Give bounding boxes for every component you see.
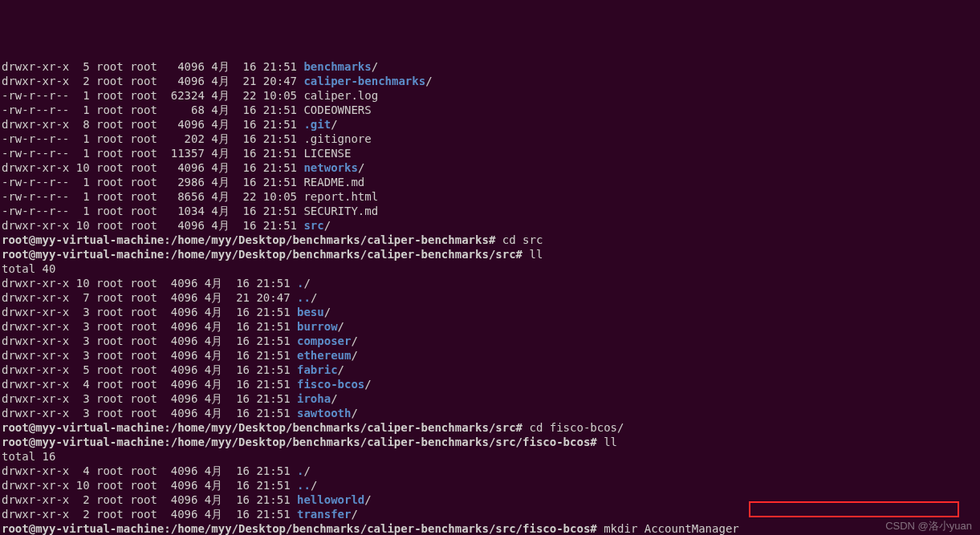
- prompt-user: root@myy-virtual-machine: [2, 421, 164, 434]
- ls-row: drwxr-xr-x 2 root root 4096 4月 16 21:51 …: [2, 492, 978, 507]
- ls-row: drwxr-xr-x 4 root root 4096 4月 16 21:51 …: [2, 464, 978, 478]
- file-entry: caliper.log: [303, 89, 378, 102]
- total-line: total 16: [2, 449, 978, 464]
- dir-entry: composer: [297, 334, 351, 347]
- terminal[interactable]: drwxr-xr-x 5 root root 4096 4月 16 21:51 …: [2, 59, 978, 535]
- ls-row: drwxr-xr-x 8 root root 4096 4月 16 21:51 …: [2, 117, 978, 132]
- ls-row: drwxr-xr-x 4 root root 4096 4月 16 21:51 …: [2, 377, 978, 391]
- prompt-line[interactable]: root@myy-virtual-machine:/home/myy/Deskt…: [2, 435, 978, 449]
- dir-entry: fabric: [297, 363, 338, 376]
- prompt-path: :/home/myy/Desktop/benchmarks/caliper-be…: [164, 421, 529, 434]
- dir-entry: iroha: [297, 392, 331, 405]
- prompt-user: root@myy-virtual-machine: [2, 233, 164, 246]
- command-text: ll: [604, 436, 617, 448]
- prompt-line[interactable]: root@myy-virtual-machine:/home/myy/Deskt…: [2, 521, 978, 535]
- ls-row: drwxr-xr-x 3 root root 4096 4月 16 21:51 …: [2, 348, 978, 363]
- ls-row: drwxr-xr-x 2 root root 4096 4月 21 20:47 …: [2, 74, 978, 88]
- dir-entry: ..: [297, 479, 311, 492]
- ls-row: drwxr-xr-x 5 root root 4096 4月 16 21:51 …: [2, 363, 978, 377]
- ls-row: -rw-r--r-- 1 root root 1034 4月 16 21:51 …: [2, 204, 978, 218]
- ls-row: drwxr-xr-x 3 root root 4096 4月 16 21:51 …: [2, 305, 978, 319]
- ls-row: drwxr-xr-x 3 root root 4096 4月 16 21:51 …: [2, 334, 978, 348]
- total-line: total 40: [2, 261, 978, 276]
- prompt-path: :/home/myy/Desktop/benchmarks/caliper-be…: [164, 522, 604, 535]
- ls-row: -rw-r--r-- 1 root root 11357 4月 16 21:51…: [2, 146, 978, 160]
- command-text: ll: [529, 248, 543, 261]
- command-text: mkdir AccountManager: [604, 522, 739, 535]
- ls-row: drwxr-xr-x 3 root root 4096 4月 16 21:51 …: [2, 391, 978, 406]
- dir-entry: .: [297, 277, 303, 290]
- prompt-line[interactable]: root@myy-virtual-machine:/home/myy/Deskt…: [2, 420, 978, 435]
- ls-row: drwxr-xr-x 10 root root 4096 4月 16 21:51…: [2, 478, 978, 492]
- ls-row: drwxr-xr-x 5 root root 4096 4月 16 21:51 …: [2, 59, 978, 74]
- prompt-path: :/home/myy/Desktop/benchmarks/caliper-be…: [164, 436, 604, 448]
- file-entry: CODEOWNERS: [303, 103, 371, 116]
- dir-entry: burrow: [297, 320, 338, 333]
- dir-entry: sawtooth: [297, 407, 351, 419]
- ls-row: -rw-r--r-- 1 root root 2986 4月 16 21:51 …: [2, 175, 978, 189]
- dir-entry: caliper-benchmarks: [303, 75, 425, 87]
- dir-entry: helloworld: [297, 493, 364, 506]
- dir-entry: fisco-bcos: [297, 378, 364, 391]
- file-entry: SECURITY.md: [303, 205, 378, 217]
- dir-entry: .git: [303, 118, 331, 131]
- dir-entry: .: [297, 464, 303, 477]
- dir-entry: ethereum: [297, 349, 351, 362]
- prompt-line[interactable]: root@myy-virtual-machine:/home/myy/Deskt…: [2, 233, 978, 247]
- dir-entry: transfer: [297, 508, 351, 521]
- ls-row: drwxr-xr-x 7 root root 4096 4月 21 20:47 …: [2, 290, 978, 305]
- dir-entry: src: [303, 219, 323, 232]
- prompt-user: root@myy-virtual-machine: [2, 436, 164, 448]
- ls-row: drwxr-xr-x 2 root root 4096 4月 16 21:51 …: [2, 507, 978, 521]
- prompt-line[interactable]: root@myy-virtual-machine:/home/myy/Deskt…: [2, 247, 978, 261]
- dir-entry: benchmarks: [303, 60, 371, 73]
- file-entry: README.md: [303, 176, 364, 188]
- ls-row: -rw-r--r-- 1 root root 68 4月 16 21:51 CO…: [2, 103, 978, 117]
- ls-row: -rw-r--r-- 1 root root 202 4月 16 21:51 .…: [2, 132, 978, 146]
- ls-row: -rw-r--r-- 1 root root 8656 4月 22 10:05 …: [2, 189, 978, 204]
- ls-row: drwxr-xr-x 3 root root 4096 4月 16 21:51 …: [2, 406, 978, 420]
- ls-row: drwxr-xr-x 3 root root 4096 4月 16 21:51 …: [2, 319, 978, 334]
- ls-row: drwxr-xr-x 10 root root 4096 4月 16 21:51…: [2, 276, 978, 290]
- command-text: cd src: [502, 233, 543, 246]
- command-text: cd fisco-bcos/: [529, 421, 624, 434]
- prompt-path: :/home/myy/Desktop/benchmarks/caliper-be…: [164, 233, 502, 246]
- prompt-path: :/home/myy/Desktop/benchmarks/caliper-be…: [164, 248, 529, 261]
- ls-row: -rw-r--r-- 1 root root 62324 4月 22 10:05…: [2, 88, 978, 103]
- file-entry: .gitignore: [303, 132, 371, 145]
- dir-entry: ..: [297, 291, 311, 304]
- prompt-user: root@myy-virtual-machine: [2, 248, 164, 261]
- dir-entry: besu: [297, 306, 324, 318]
- file-entry: LICENSE: [303, 147, 351, 160]
- file-entry: report.html: [303, 190, 378, 203]
- ls-row: drwxr-xr-x 10 root root 4096 4月 16 21:51…: [2, 160, 978, 175]
- ls-row: drwxr-xr-x 10 root root 4096 4月 16 21:51…: [2, 218, 978, 233]
- prompt-user: root@myy-virtual-machine: [2, 522, 164, 535]
- dir-entry: networks: [303, 161, 357, 174]
